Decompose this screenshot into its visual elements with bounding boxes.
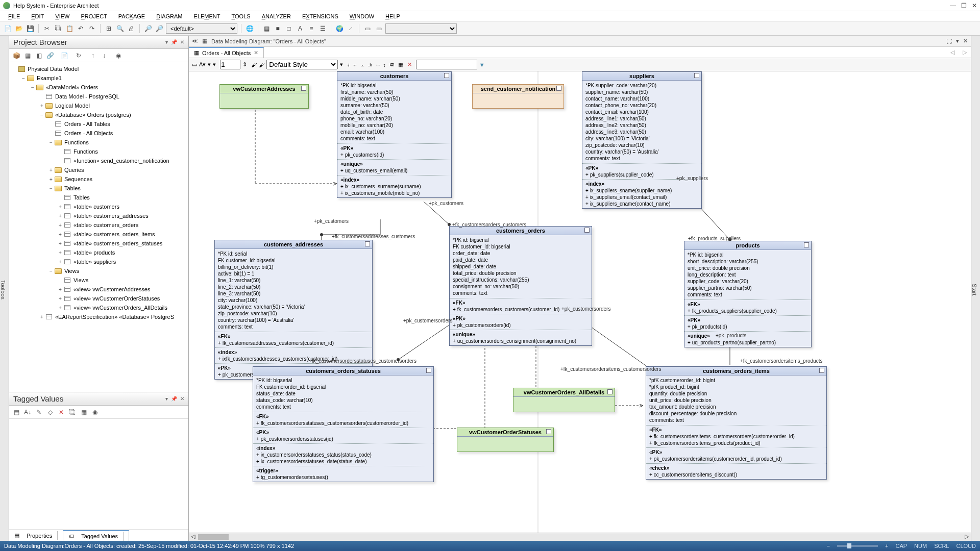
- print-icon[interactable]: 🖨: [127, 24, 136, 33]
- brush2-icon[interactable]: 🖌: [259, 62, 264, 68]
- layout-icon[interactable]: ▦: [398, 61, 403, 68]
- window-icon[interactable]: ▭: [363, 24, 372, 33]
- group-icon[interactable]: ⧉: [390, 61, 394, 68]
- tv-copy-icon[interactable]: ⿻: [68, 408, 77, 416]
- tree-item[interactable]: Views: [10, 276, 187, 285]
- style-combo[interactable]: Default Style: [266, 60, 338, 69]
- tree-item[interactable]: +«EAReportSpecification» «Database» Post…: [10, 312, 187, 321]
- entity-vw-all-details[interactable]: vwCustomerOrders_AllDetails: [513, 388, 615, 412]
- window2-icon[interactable]: ▭: [374, 24, 383, 33]
- globe-icon[interactable]: 🌐: [245, 24, 254, 33]
- help-icon[interactable]: ◉: [114, 52, 122, 60]
- tree-item[interactable]: +«view» vwCustomerOrders_AllDetails: [10, 303, 187, 312]
- filter-icon[interactable]: ▼: [479, 62, 485, 68]
- find-in-icon[interactable]: 🔎: [155, 24, 164, 33]
- tree-item[interactable]: +Logical Model: [10, 101, 187, 110]
- properties-tab[interactable]: ▤ Properties: [9, 530, 63, 541]
- open-icon[interactable]: 📂: [14, 24, 23, 33]
- menu-file[interactable]: FILE: [3, 12, 25, 20]
- zoom-input[interactable]: [220, 60, 240, 69]
- tree-item[interactable]: −Functions: [10, 138, 187, 147]
- tree-item[interactable]: +«view» vwCustomerAddresses: [10, 285, 187, 294]
- menu-extensions[interactable]: EXTENSIONS: [297, 12, 344, 20]
- entity-send-customer-notification[interactable]: send_customer_notification: [472, 84, 564, 109]
- new-element-icon[interactable]: ◧: [35, 52, 43, 60]
- tree-item[interactable]: +«table» customers_orders: [10, 220, 187, 230]
- align-l-icon[interactable]: ⫞: [347, 62, 350, 68]
- tagged-values-tab[interactable]: 🏷 Tagged Values: [63, 530, 129, 541]
- new-package-icon[interactable]: 📦: [12, 52, 20, 60]
- crumb-dd-icon[interactable]: ▾: [956, 38, 959, 44]
- menu-help[interactable]: HELP: [380, 12, 405, 20]
- tv-pin-icon[interactable]: 📌: [171, 396, 177, 402]
- entity-customers-orders[interactable]: customers_orders *PK id: bigserialFK cus…: [449, 226, 592, 346]
- tree-item[interactable]: +«table» customers: [10, 202, 187, 211]
- nav-next-icon[interactable]: ▷: [959, 47, 971, 58]
- menu-edit[interactable]: EDIT: [26, 12, 49, 20]
- entity-customers-orders-statuses[interactable]: customers_orders_statuses *PK id: bigser…: [253, 366, 434, 482]
- apply-icon[interactable]: ▾: [340, 61, 343, 68]
- tree-item[interactable]: Orders - All Tables: [10, 119, 187, 129]
- tree-item[interactable]: +«table» customers_orders_items: [10, 230, 187, 239]
- crumb-close-icon[interactable]: ✕: [963, 38, 968, 44]
- line-style-icon[interactable]: ≡: [307, 24, 316, 33]
- filter-input[interactable]: [416, 60, 477, 69]
- undo-icon[interactable]: ↶: [76, 24, 85, 33]
- tv-sort-icon[interactable]: A↓: [23, 408, 32, 416]
- tab-orders-all-objects[interactable]: ▦Orders - All Objects✕: [189, 47, 264, 58]
- tree-item[interactable]: Data Model - PostgreSQL: [10, 92, 187, 101]
- tree-item[interactable]: −«Database» Orders (postgres): [10, 110, 187, 119]
- tree-item[interactable]: «function» send_customer_notification: [10, 156, 187, 165]
- align-h-icon[interactable]: ↔: [375, 62, 381, 68]
- entity-vw-customer-addresses[interactable]: vwCustomerAddresses: [219, 84, 309, 109]
- refresh-icon[interactable]: ↻: [75, 52, 83, 60]
- fill-white-icon[interactable]: □: [284, 24, 293, 33]
- zoom-fit-icon[interactable]: ⊞: [104, 24, 113, 33]
- entity-suppliers[interactable]: suppliers *PK supplier_code: varchar(20)…: [582, 71, 702, 209]
- fill-black-icon[interactable]: ■: [273, 24, 282, 33]
- world-icon[interactable]: 🌍: [335, 24, 344, 33]
- canvas-h-scrollbar[interactable]: ◁▷: [189, 533, 971, 541]
- start-tab[interactable]: Start: [971, 36, 980, 541]
- tv-delete-icon[interactable]: ✕: [57, 408, 65, 416]
- tree-item[interactable]: +Sequences: [10, 174, 187, 184]
- path-icon[interactable]: ⟋: [346, 24, 355, 33]
- pin-icon[interactable]: 📌: [171, 39, 177, 45]
- select-tool-icon[interactable]: ▭: [192, 61, 197, 68]
- list-icon[interactable]: ☰: [318, 24, 327, 33]
- menu-element[interactable]: ELEMENT: [189, 12, 226, 20]
- cut-icon[interactable]: ✂: [42, 24, 52, 33]
- menu-view[interactable]: VIEW: [50, 12, 75, 20]
- project-tree[interactable]: Physical Data Model−Example1−«DataModel»…: [9, 62, 188, 392]
- nav-prev-icon[interactable]: ◁: [946, 47, 959, 58]
- entity-customers-orders-items[interactable]: customers_orders_items *pfK customerorde…: [646, 366, 827, 480]
- tree-item[interactable]: −Tables: [10, 184, 187, 193]
- menu-analyzer[interactable]: ANALYZER: [257, 12, 296, 20]
- zoom-out-icon[interactable]: −: [827, 543, 830, 549]
- menu-project[interactable]: PROJECT: [76, 12, 112, 20]
- dropdown-icon[interactable]: ▾: [165, 39, 168, 45]
- menu-diagram[interactable]: DIAGRAM: [151, 12, 187, 20]
- tree-item[interactable]: +«table» customers_addresses: [10, 211, 187, 220]
- tv-matrix-icon[interactable]: ▦: [80, 408, 88, 416]
- align-r-icon[interactable]: ⫟: [352, 62, 358, 68]
- redo-icon[interactable]: ↷: [87, 24, 96, 33]
- tree-item[interactable]: Orders - All Objects: [10, 129, 187, 138]
- menu-package[interactable]: PACKAGE: [113, 12, 150, 20]
- tree-item[interactable]: +«view» vwCustomerOrderStatuses: [10, 294, 187, 303]
- tree-item[interactable]: +Queries: [10, 165, 187, 174]
- entity-customers[interactable]: customers *PK id: bigserialfirst_name: v…: [337, 71, 452, 198]
- brush-icon[interactable]: 🖌: [251, 62, 257, 68]
- text-icon[interactable]: A: [296, 24, 305, 33]
- zoom-in-icon[interactable]: +: [885, 543, 888, 549]
- doc-icon[interactable]: 📄: [60, 52, 68, 60]
- minimize-button[interactable]: —: [950, 2, 956, 9]
- tree-item[interactable]: +«table» customers_orders_statuses: [10, 239, 187, 248]
- tv-dropdown-icon[interactable]: ▾: [165, 396, 168, 402]
- close-panel-icon[interactable]: ✕: [180, 39, 184, 45]
- del-icon[interactable]: ✕: [407, 61, 412, 68]
- new-icon[interactable]: 📄: [3, 24, 12, 33]
- default-combo[interactable]: <default>: [166, 23, 237, 34]
- maximize-button[interactable]: ❐: [961, 2, 967, 9]
- tab-close-icon[interactable]: ✕: [254, 49, 258, 56]
